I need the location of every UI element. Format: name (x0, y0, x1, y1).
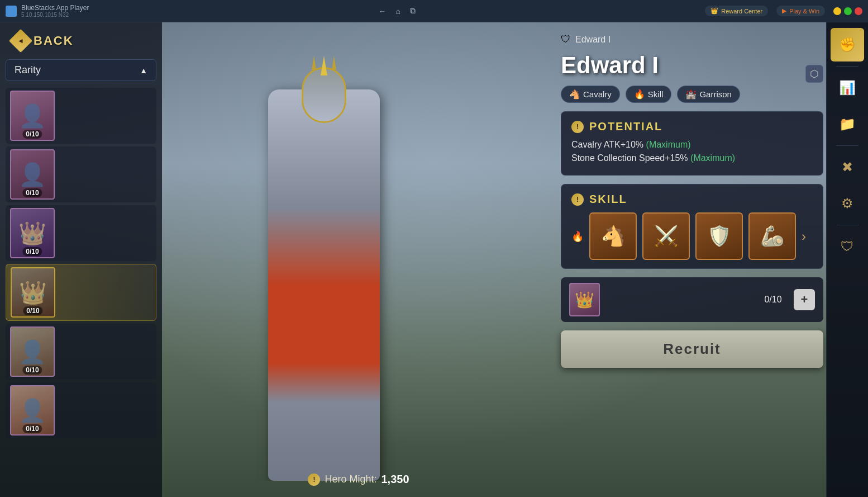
hero-bottom-bar: 👑 0/10 + (561, 277, 823, 322)
skill-icon-3[interactable]: 🛡️ (695, 212, 743, 260)
potential-line-1: Cavalry ATK+10% (Maximum) (571, 140, 813, 150)
potential-highlight-2: (Maximum) (690, 153, 735, 163)
hero-detail-panel: 🛡 Edward I Edward I ⬡ 🐴 Cavalry 🔥 Skill … (561, 34, 823, 368)
tag-cavalry: 🐴 Cavalry (561, 86, 620, 103)
skill-icon-1[interactable]: 🐴 (589, 212, 637, 260)
nav-square-button[interactable]: ⧉ (407, 5, 419, 17)
skill-icon-armor: 🦾 (760, 225, 785, 248)
back-button[interactable]: ◄ BACK (6, 28, 156, 54)
rarity-label: Rarity (15, 64, 41, 76)
title-bar-right: 👑 Reward Center ▶ Play & Win (705, 6, 862, 16)
hero-count-3: 0/10 (22, 247, 42, 256)
hero-portrait-6: 👤 0/10 (10, 385, 55, 436)
hero-count-4: 0/10 (23, 306, 42, 315)
minimize-button[interactable] (833, 7, 841, 15)
tab-divider-3 (836, 225, 859, 225)
crown-icon: 👑 (710, 7, 718, 15)
might-label: Hero Might: (325, 474, 376, 485)
might-warning-icon: ! (308, 474, 320, 486)
skill-icons-row: 🔥 🐴 ⚔️ 🛡️ 🦾 › (571, 212, 813, 260)
stats-icon: 📊 (839, 80, 856, 96)
hero-portrait-4: 👑 0/10 (11, 267, 55, 318)
reward-center-button[interactable]: 👑 Reward Center (705, 6, 768, 16)
hero-item-5[interactable]: 👤 0/10 (6, 324, 156, 380)
tag-garrison-label: Garrison (699, 89, 732, 99)
skill-icon-shield: 🛡️ (707, 225, 732, 248)
shield-bow-icon: 🛡 (841, 239, 854, 254)
right-tab-cross[interactable]: ✖ (831, 150, 864, 184)
hero-bottom-count: 0/10 (759, 295, 787, 305)
skill-title: SKILL (589, 193, 627, 206)
hero-portrait-3: 👑 0/10 (10, 208, 55, 258)
hero-portrait-2: 👤 0/10 (10, 149, 55, 200)
hero-count-6: 0/10 (22, 424, 42, 433)
skill-fire-tag: 🔥 (571, 230, 584, 243)
title-bar-left: BlueStacks App Player 5.10.150.1015 N32 (6, 4, 89, 18)
hero-bottom-portrait: 👑 (569, 283, 600, 316)
hero-item-2[interactable]: 👤 0/10 (6, 146, 156, 202)
hero-tags: 🐴 Cavalry 🔥 Skill 🏰 Garrison (561, 86, 823, 103)
reward-center-label: Reward Center (721, 8, 762, 15)
app-name: BlueStacks App Player (21, 4, 89, 12)
hero-item-6[interactable]: 👤 0/10 (6, 382, 156, 438)
nav-home-button[interactable]: ⌂ (393, 6, 404, 17)
hexagon-icon: ⬡ (810, 68, 819, 80)
play-win-button[interactable]: ▶ Play & Win (776, 6, 825, 16)
back-arrow-icon: ◄ (17, 37, 24, 45)
right-tab-shield-bow[interactable]: 🛡 (831, 230, 864, 263)
potential-text-2: Stone Collection Speed+15% (571, 153, 688, 163)
hero-name-small: Edward I (575, 35, 611, 45)
recruit-button[interactable]: Recruit (561, 330, 823, 368)
potential-text-1: Cavalry ATK+10% (571, 140, 643, 149)
potential-title: POTENTIAL (589, 120, 662, 133)
hero-name-row: Edward I ⬡ (561, 54, 823, 77)
skill-icon-2[interactable]: ⚔️ (642, 212, 690, 260)
skill-section: ! SKILL 🔥 🐴 ⚔️ 🛡️ 🦾 › (561, 184, 823, 269)
skill-scroll-right[interactable]: › (802, 229, 806, 244)
hero-list: 👤 0/10 👤 0/10 👑 (6, 88, 156, 491)
right-tab-stats[interactable]: 📊 (831, 71, 864, 105)
skill-warning-icon: ! (571, 193, 584, 206)
nav-back-button[interactable]: ← (375, 6, 390, 17)
game-area: ◄ BACK Rarity ▲ 👤 0/10 (0, 22, 868, 497)
potential-header: ! POTENTIAL (571, 120, 813, 133)
potential-warning-icon: ! (571, 121, 584, 133)
tab-divider-2 (836, 145, 859, 146)
add-fragments-button[interactable]: + (794, 289, 815, 310)
play-win-label: Play & Win (789, 8, 819, 15)
title-bar: BlueStacks App Player 5.10.150.1015 N32 … (0, 0, 868, 22)
hero-item-4[interactable]: 👑 0/10 (6, 264, 156, 321)
cross-icon: ✖ (842, 159, 853, 175)
skill-icon-sword: ⚔️ (654, 225, 679, 248)
info-icon-button[interactable]: ⬡ (805, 65, 823, 83)
back-label: BACK (34, 34, 74, 48)
fist-icon: ✊ (839, 37, 856, 53)
skill-icon-4[interactable]: 🦾 (748, 212, 796, 260)
tag-skill-label: Skill (648, 89, 664, 99)
hero-title-row: 🛡 Edward I (561, 34, 823, 45)
app-version: 5.10.150.1015 N32 (21, 12, 89, 18)
skill-fire-icon: 🔥 (634, 89, 645, 100)
skill-icon-cavalry-atk: 🐴 (601, 225, 626, 248)
rarity-filter-button[interactable]: Rarity ▲ (6, 59, 156, 81)
hero-count-2: 0/10 (22, 188, 42, 197)
maximize-button[interactable] (844, 7, 852, 15)
potential-line-2: Stone Collection Speed+15% (Maximum) (571, 153, 813, 163)
might-value: 1,350 (381, 473, 409, 486)
right-tab-gear[interactable]: ⚙ (831, 187, 864, 220)
potential-highlight-1: (Maximum) (646, 140, 691, 149)
close-button[interactable] (855, 7, 862, 15)
window-controls (833, 7, 862, 15)
tab-divider-1 (836, 66, 859, 67)
hero-might-bar: ! Hero Might: 1,350 (162, 473, 555, 486)
right-tab-folder[interactable]: 📁 (831, 107, 864, 141)
chevron-up-icon: ▲ (140, 66, 147, 75)
hero-portrait-1: 👤 0/10 (10, 91, 55, 141)
right-tab-panel: ✊ 📊 📁 ✖ ⚙ 🛡 (826, 22, 868, 497)
potential-section: ! POTENTIAL Cavalry ATK+10% (Maximum) St… (561, 111, 823, 176)
hero-item-1[interactable]: 👤 0/10 (6, 88, 156, 144)
tag-garrison: 🏰 Garrison (677, 86, 740, 103)
hero-item-3[interactable]: 👑 0/10 (6, 205, 156, 261)
right-tab-combat[interactable]: ✊ (831, 28, 864, 61)
hero-count-1: 0/10 (22, 130, 42, 139)
